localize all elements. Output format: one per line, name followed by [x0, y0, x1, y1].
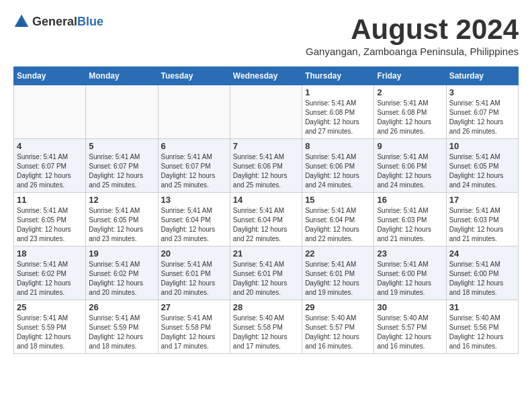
day-info: Sunrise: 5:41 AMSunset: 6:00 PMDaylight:…: [449, 260, 515, 298]
month-title: August 2024: [306, 13, 519, 46]
calendar-cell: 28Sunrise: 5:40 AMSunset: 5:58 PMDayligh…: [230, 300, 302, 354]
day-number: 15: [305, 195, 371, 205]
day-info: Sunrise: 5:40 AMSunset: 5:56 PMDaylight:…: [449, 314, 515, 351]
day-number: 29: [305, 302, 371, 312]
day-info: Sunrise: 5:41 AMSunset: 6:05 PMDaylight:…: [17, 206, 83, 244]
calendar-cell: [14, 85, 86, 139]
day-info: Sunrise: 5:41 AMSunset: 5:58 PMDaylight:…: [161, 314, 227, 351]
logo-text-blue: Blue: [77, 15, 103, 28]
day-number: 6: [161, 141, 227, 151]
day-number: 27: [161, 302, 227, 312]
calendar-cell: 4Sunrise: 5:41 AMSunset: 6:07 PMDaylight…: [14, 139, 86, 193]
logo: GeneralBlue: [13, 13, 103, 30]
calendar-header-row: SundayMondayTuesdayWednesdayThursdayFrid…: [14, 67, 519, 85]
day-info: Sunrise: 5:40 AMSunset: 5:57 PMDaylight:…: [377, 314, 443, 351]
day-info: Sunrise: 5:41 AMSunset: 6:02 PMDaylight:…: [89, 260, 154, 298]
day-info: Sunrise: 5:41 AMSunset: 5:59 PMDaylight:…: [89, 314, 154, 351]
day-info: Sunrise: 5:41 AMSunset: 6:05 PMDaylight:…: [449, 152, 515, 190]
day-info: Sunrise: 5:41 AMSunset: 6:05 PMDaylight:…: [89, 206, 154, 244]
calendar-cell: 5Sunrise: 5:41 AMSunset: 6:07 PMDaylight…: [86, 139, 158, 193]
day-number: 9: [377, 141, 443, 151]
calendar-week-row: 18Sunrise: 5:41 AMSunset: 6:02 PMDayligh…: [14, 246, 519, 300]
calendar-cell: 22Sunrise: 5:41 AMSunset: 6:01 PMDayligh…: [302, 246, 374, 300]
calendar-cell: 18Sunrise: 5:41 AMSunset: 6:02 PMDayligh…: [14, 246, 86, 300]
page-header: GeneralBlue August 2024 Ganyangan, Zambo…: [13, 13, 519, 64]
day-info: Sunrise: 5:41 AMSunset: 6:07 PMDaylight:…: [449, 99, 515, 136]
day-number: 11: [17, 195, 83, 205]
column-header-tuesday: Tuesday: [158, 67, 230, 85]
calendar-cell: 24Sunrise: 5:41 AMSunset: 6:00 PMDayligh…: [446, 246, 518, 300]
day-info: Sunrise: 5:41 AMSunset: 6:04 PMDaylight:…: [233, 206, 299, 244]
day-info: Sunrise: 5:41 AMSunset: 6:06 PMDaylight:…: [377, 152, 443, 190]
calendar-cell: 7Sunrise: 5:41 AMSunset: 6:06 PMDaylight…: [230, 139, 302, 193]
day-info: Sunrise: 5:41 AMSunset: 6:07 PMDaylight:…: [89, 152, 154, 190]
day-number: 16: [377, 195, 443, 205]
title-area: August 2024 Ganyangan, Zamboanga Peninsu…: [306, 13, 519, 64]
calendar-cell: [158, 85, 230, 139]
calendar-cell: 12Sunrise: 5:41 AMSunset: 6:05 PMDayligh…: [86, 193, 158, 246]
column-header-saturday: Saturday: [446, 67, 518, 85]
calendar-week-row: 1Sunrise: 5:41 AMSunset: 6:08 PMDaylight…: [14, 85, 519, 139]
calendar-cell: 21Sunrise: 5:41 AMSunset: 6:01 PMDayligh…: [230, 246, 302, 300]
calendar-cell: 30Sunrise: 5:40 AMSunset: 5:57 PMDayligh…: [374, 300, 446, 354]
day-info: Sunrise: 5:41 AMSunset: 6:06 PMDaylight:…: [305, 152, 371, 190]
calendar-cell: 20Sunrise: 5:41 AMSunset: 6:01 PMDayligh…: [158, 246, 230, 300]
day-number: 25: [17, 302, 83, 312]
day-number: 5: [89, 141, 154, 151]
day-number: 30: [377, 302, 443, 312]
day-number: 20: [161, 248, 227, 259]
calendar-cell: 31Sunrise: 5:40 AMSunset: 5:56 PMDayligh…: [446, 300, 518, 354]
calendar-cell: 9Sunrise: 5:41 AMSunset: 6:06 PMDaylight…: [374, 139, 446, 193]
day-info: Sunrise: 5:40 AMSunset: 5:57 PMDaylight:…: [305, 314, 371, 351]
day-number: 24: [449, 248, 515, 259]
day-number: 10: [449, 141, 515, 151]
day-number: 14: [233, 195, 299, 205]
calendar-cell: 15Sunrise: 5:41 AMSunset: 6:04 PMDayligh…: [302, 193, 374, 246]
day-number: 31: [449, 302, 515, 312]
calendar-cell: [230, 85, 302, 139]
day-number: 2: [377, 87, 443, 97]
calendar-cell: 23Sunrise: 5:41 AMSunset: 6:00 PMDayligh…: [374, 246, 446, 300]
day-number: 28: [233, 302, 299, 312]
day-info: Sunrise: 5:41 AMSunset: 6:08 PMDaylight:…: [305, 99, 371, 136]
calendar-cell: 1Sunrise: 5:41 AMSunset: 6:08 PMDaylight…: [302, 85, 374, 139]
logo-icon: [13, 13, 30, 30]
calendar-cell: 10Sunrise: 5:41 AMSunset: 6:05 PMDayligh…: [446, 139, 518, 193]
day-info: Sunrise: 5:41 AMSunset: 6:06 PMDaylight:…: [233, 152, 299, 190]
day-number: 26: [89, 302, 154, 312]
day-number: 23: [377, 248, 443, 259]
day-info: Sunrise: 5:41 AMSunset: 6:00 PMDaylight:…: [377, 260, 443, 298]
day-info: Sunrise: 5:41 AMSunset: 6:03 PMDaylight:…: [377, 206, 443, 244]
day-info: Sunrise: 5:41 AMSunset: 6:01 PMDaylight:…: [305, 260, 371, 298]
calendar-cell: 29Sunrise: 5:40 AMSunset: 5:57 PMDayligh…: [302, 300, 374, 354]
calendar-cell: 3Sunrise: 5:41 AMSunset: 6:07 PMDaylight…: [446, 85, 518, 139]
day-number: 7: [233, 141, 299, 151]
day-number: 17: [449, 195, 515, 205]
column-header-friday: Friday: [374, 67, 446, 85]
column-header-wednesday: Wednesday: [230, 67, 302, 85]
column-header-sunday: Sunday: [14, 67, 86, 85]
day-number: 12: [89, 195, 154, 205]
calendar-cell: 25Sunrise: 5:41 AMSunset: 5:59 PMDayligh…: [14, 300, 86, 354]
calendar-week-row: 4Sunrise: 5:41 AMSunset: 6:07 PMDaylight…: [14, 139, 519, 193]
day-number: 8: [305, 141, 371, 151]
column-header-monday: Monday: [86, 67, 158, 85]
day-number: 21: [233, 248, 299, 259]
calendar-cell: 11Sunrise: 5:41 AMSunset: 6:05 PMDayligh…: [14, 193, 86, 246]
calendar-cell: 6Sunrise: 5:41 AMSunset: 6:07 PMDaylight…: [158, 139, 230, 193]
day-info: Sunrise: 5:41 AMSunset: 6:02 PMDaylight:…: [17, 260, 83, 298]
calendar-cell: 13Sunrise: 5:41 AMSunset: 6:04 PMDayligh…: [158, 193, 230, 246]
calendar-cell: 16Sunrise: 5:41 AMSunset: 6:03 PMDayligh…: [374, 193, 446, 246]
calendar-cell: 19Sunrise: 5:41 AMSunset: 6:02 PMDayligh…: [86, 246, 158, 300]
day-info: Sunrise: 5:41 AMSunset: 6:04 PMDaylight:…: [305, 206, 371, 244]
day-info: Sunrise: 5:41 AMSunset: 6:03 PMDaylight:…: [449, 206, 515, 244]
day-info: Sunrise: 5:41 AMSunset: 6:04 PMDaylight:…: [161, 206, 227, 244]
column-header-thursday: Thursday: [302, 67, 374, 85]
day-info: Sunrise: 5:40 AMSunset: 5:58 PMDaylight:…: [233, 314, 299, 351]
day-number: 22: [305, 248, 371, 259]
logo-text-general: General: [32, 15, 77, 28]
day-info: Sunrise: 5:41 AMSunset: 6:07 PMDaylight:…: [161, 152, 227, 190]
day-number: 18: [17, 248, 83, 259]
calendar-cell: 2Sunrise: 5:41 AMSunset: 6:08 PMDaylight…: [374, 85, 446, 139]
day-info: Sunrise: 5:41 AMSunset: 6:08 PMDaylight:…: [377, 99, 443, 136]
